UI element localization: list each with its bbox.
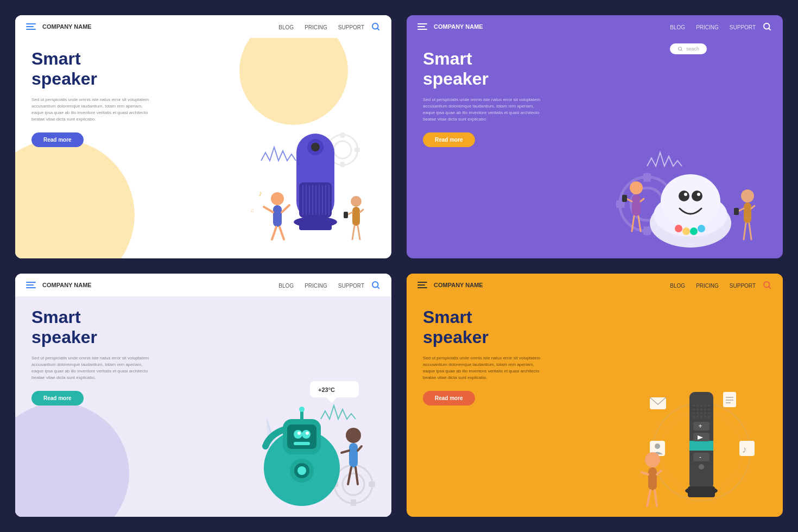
svg-text:+23°C: +23°C bbox=[318, 387, 335, 393]
svg-rect-83 bbox=[369, 482, 375, 487]
svg-point-133 bbox=[696, 408, 699, 410]
svg-rect-44 bbox=[643, 173, 651, 182]
heading-3: Smart speaker bbox=[31, 307, 151, 347]
speaker-illustration-1: ♪ ♫ bbox=[218, 117, 381, 258]
menu-icon-4[interactable] bbox=[417, 282, 427, 288]
svg-line-28 bbox=[280, 227, 284, 239]
nav-support-1[interactable]: SUPPORT bbox=[338, 24, 364, 30]
company-name-2: COMPANY NAME bbox=[434, 23, 483, 30]
text-section-2: Smart speaker Sed ut perspiciatis unde o… bbox=[423, 49, 542, 147]
heading-2: Smart speaker bbox=[423, 49, 542, 89]
svg-point-103 bbox=[764, 282, 770, 288]
read-more-button-2[interactable]: Read more bbox=[423, 132, 475, 147]
svg-rect-98 bbox=[349, 443, 358, 467]
svg-point-97 bbox=[346, 428, 361, 443]
svg-rect-62 bbox=[734, 208, 739, 215]
search-icon-1[interactable] bbox=[371, 22, 381, 31]
read-more-button-4[interactable]: Read more bbox=[423, 391, 475, 406]
content-area-1: Smart speaker Sed ut perspiciatis unde o… bbox=[15, 38, 391, 258]
svg-point-136 bbox=[708, 408, 710, 410]
text-section-1: Smart speaker Sed ut perspiciatis unde o… bbox=[31, 49, 151, 147]
svg-point-0 bbox=[372, 23, 378, 29]
content-area-2: Smart speaker Sed ut perspiciatis unde o… bbox=[407, 38, 783, 258]
svg-text:+: + bbox=[698, 422, 702, 430]
svg-line-100 bbox=[358, 446, 362, 451]
svg-point-57 bbox=[690, 227, 698, 235]
svg-point-51 bbox=[679, 191, 689, 201]
speaker-illustration-4: ♪ + - bbox=[598, 376, 772, 517]
svg-rect-122 bbox=[693, 453, 710, 461]
nav-blog-2[interactable]: BLOG bbox=[670, 24, 685, 30]
svg-line-152 bbox=[655, 490, 657, 506]
nav-pricing-2[interactable]: PRICING bbox=[696, 24, 719, 30]
svg-point-132 bbox=[693, 408, 695, 410]
svg-point-50 bbox=[661, 174, 720, 229]
svg-point-23 bbox=[271, 192, 284, 205]
nav-blog-3[interactable]: BLOG bbox=[278, 283, 294, 289]
svg-point-139 bbox=[700, 412, 702, 414]
svg-point-96 bbox=[297, 466, 306, 475]
svg-point-54 bbox=[697, 193, 700, 196]
svg-point-130 bbox=[704, 404, 706, 407]
svg-line-64 bbox=[744, 223, 746, 239]
svg-point-128 bbox=[696, 404, 699, 407]
heading-4: Smart speaker bbox=[423, 307, 542, 347]
nav-blog-1[interactable]: BLOG bbox=[278, 24, 294, 30]
menu-icon-3[interactable] bbox=[26, 282, 36, 288]
search-bar-2[interactable]: seach bbox=[670, 43, 707, 54]
svg-point-127 bbox=[693, 404, 695, 407]
svg-line-26 bbox=[282, 205, 289, 212]
nav-support-4[interactable]: SUPPORT bbox=[730, 283, 756, 289]
svg-rect-24 bbox=[273, 205, 282, 227]
svg-point-129 bbox=[700, 404, 702, 407]
svg-point-90 bbox=[306, 432, 309, 435]
navbar-1: COMPANY NAME BLOG PRICING SUPPORT bbox=[15, 15, 391, 38]
svg-line-149 bbox=[642, 472, 648, 474]
svg-rect-60 bbox=[744, 202, 751, 223]
search-icon-2[interactable] bbox=[762, 22, 772, 31]
nav-pricing-1[interactable]: PRICING bbox=[305, 24, 327, 30]
nav-pricing-4[interactable]: PRICING bbox=[696, 283, 719, 289]
robot-illustration-3: +23°C bbox=[218, 376, 386, 517]
svg-rect-92 bbox=[300, 411, 303, 421]
svg-point-55 bbox=[675, 225, 682, 232]
menu-icon-2[interactable] bbox=[417, 23, 427, 30]
card-orange: COMPANY NAME BLOG PRICING SUPPORT Smart … bbox=[407, 274, 783, 517]
svg-point-53 bbox=[684, 193, 687, 196]
svg-rect-5 bbox=[340, 162, 345, 167]
svg-point-29 bbox=[351, 196, 362, 207]
svg-point-145 bbox=[704, 416, 706, 418]
svg-rect-22 bbox=[299, 222, 332, 230]
nav-blog-4[interactable]: BLOG bbox=[670, 283, 685, 289]
navbar-3: COMPANY NAME BLOG PRICING SUPPORT bbox=[15, 274, 391, 296]
robot-illustration-2 bbox=[604, 123, 777, 258]
nav-support-3[interactable]: SUPPORT bbox=[338, 283, 364, 289]
svg-point-79 bbox=[343, 473, 364, 495]
svg-line-39 bbox=[769, 28, 770, 30]
svg-point-147 bbox=[645, 452, 660, 467]
svg-point-141 bbox=[708, 412, 710, 414]
svg-point-134 bbox=[700, 408, 702, 410]
read-more-button-1[interactable]: Read more bbox=[31, 132, 84, 147]
svg-point-52 bbox=[692, 191, 702, 201]
svg-text:-: - bbox=[699, 453, 701, 461]
nav-pricing-3[interactable]: PRICING bbox=[305, 283, 327, 289]
svg-rect-86 bbox=[287, 425, 316, 449]
navbar-2: COMPANY NAME BLOG PRICING SUPPORT bbox=[407, 15, 783, 38]
svg-point-137 bbox=[693, 412, 695, 414]
company-name-3: COMPANY NAME bbox=[42, 282, 92, 288]
svg-line-74 bbox=[377, 287, 379, 288]
svg-rect-11 bbox=[299, 182, 332, 218]
svg-line-27 bbox=[272, 227, 276, 239]
svg-rect-91 bbox=[294, 442, 310, 445]
nav-support-2[interactable]: SUPPORT bbox=[730, 24, 756, 30]
search-icon-3[interactable] bbox=[371, 280, 381, 290]
search-icon-4[interactable] bbox=[762, 280, 772, 290]
svg-point-89 bbox=[297, 432, 301, 435]
company-name-1: COMPANY NAME bbox=[42, 23, 92, 30]
svg-line-35 bbox=[358, 226, 360, 239]
svg-rect-45 bbox=[643, 226, 651, 235]
read-more-button-3[interactable]: Read more bbox=[31, 391, 84, 406]
menu-icon-1[interactable] bbox=[26, 23, 36, 30]
svg-line-61 bbox=[738, 208, 744, 211]
